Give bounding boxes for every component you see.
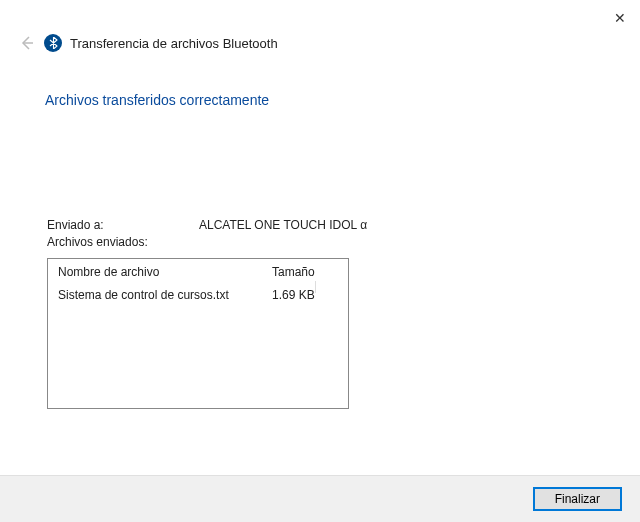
transfer-info: Enviado a: ALCATEL ONE TOUCH IDOL α Arch… (0, 108, 640, 252)
files-sent-label: Archivos enviados: (47, 235, 199, 249)
sent-to-value: ALCATEL ONE TOUCH IDOL α (199, 218, 367, 232)
file-name-cell: Sistema de control de cursos.txt (58, 288, 272, 302)
close-button[interactable]: ✕ (614, 10, 626, 26)
column-header-name[interactable]: Nombre de archivo (58, 265, 272, 279)
sent-to-label: Enviado a: (47, 218, 199, 232)
back-arrow-icon[interactable] (18, 34, 36, 52)
bluetooth-icon (44, 34, 62, 52)
file-table: Nombre de archivo Tamaño Sistema de cont… (47, 258, 349, 409)
window-header: Transferencia de archivos Bluetooth (0, 0, 640, 52)
file-size-cell: 1.69 KB (272, 288, 338, 302)
window-title: Transferencia de archivos Bluetooth (70, 36, 278, 51)
finish-button[interactable]: Finalizar (533, 487, 622, 511)
column-header-size[interactable]: Tamaño (272, 265, 338, 279)
table-row[interactable]: Sistema de control de cursos.txt 1.69 KB (48, 283, 348, 304)
dialog-footer: Finalizar (0, 475, 640, 522)
status-subtitle: Archivos transferidos correctamente (0, 52, 640, 108)
column-divider (315, 281, 316, 293)
table-header-row: Nombre de archivo Tamaño (48, 259, 348, 283)
